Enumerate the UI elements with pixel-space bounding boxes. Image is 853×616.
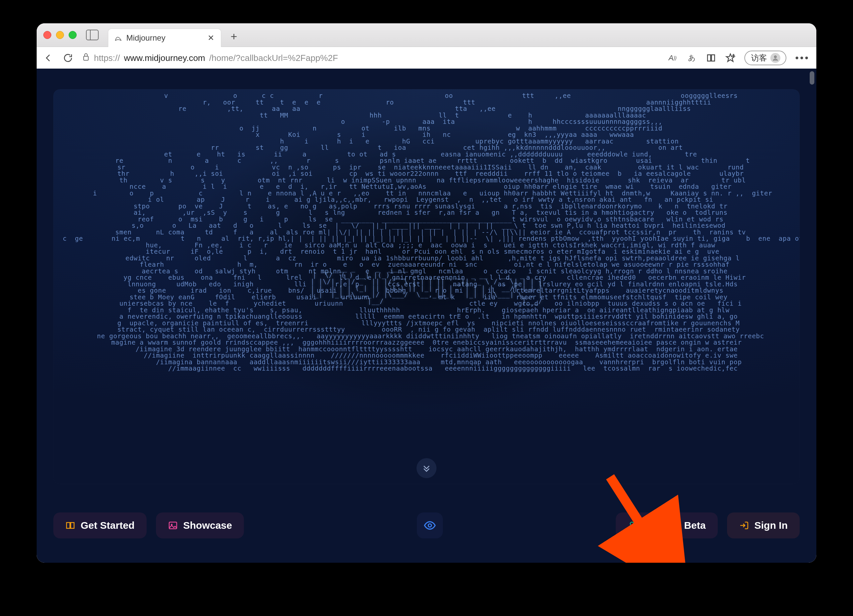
maximize-window-button[interactable]	[69, 31, 77, 39]
preview-eye-button[interactable]	[417, 512, 443, 539]
showcase-button[interactable]: Showcase	[156, 512, 244, 539]
scroll-down-hint[interactable]	[416, 458, 437, 478]
join-beta-button[interactable]: Join the Beta	[616, 512, 718, 539]
url-path: /home/?callbackUrl=%2Fapp%2F	[209, 53, 338, 63]
sign-in-icon	[739, 521, 749, 530]
sign-in-label: Sign In	[754, 520, 788, 531]
book-icon	[65, 521, 75, 530]
site-info-icon[interactable]	[82, 52, 90, 64]
url-prefix: https://	[94, 53, 120, 63]
back-button[interactable]	[43, 53, 54, 63]
address-bar[interactable]: https://www.midjourney.com/home/?callbac…	[82, 52, 659, 64]
sign-in-button[interactable]: Sign In	[727, 512, 800, 539]
profile-button[interactable]: 访客	[744, 51, 786, 65]
svg-point-4	[428, 524, 431, 527]
titlebar: Midjourney ✕ +	[36, 23, 817, 47]
footer-nav: Get Started Showcase Join the Beta	[53, 509, 800, 542]
tab-close-icon[interactable]: ✕	[208, 33, 214, 42]
url-host: www.midjourney.com	[124, 53, 205, 63]
ascii-text: v o c c r oo ttt ,,ee ooggggglleesrs r, …	[53, 89, 800, 372]
reader-mode-icon[interactable]	[706, 53, 716, 63]
minimize-window-button[interactable]	[56, 31, 64, 39]
svg-rect-2	[169, 522, 177, 529]
get-started-label: Get Started	[80, 520, 135, 531]
more-menu-button[interactable]: •••	[795, 52, 810, 64]
read-aloud-icon[interactable]: A))	[667, 53, 678, 63]
svg-point-5	[630, 522, 633, 525]
browser-window: Midjourney ✕ + https://www.midjourney.co…	[36, 23, 817, 563]
translate-icon[interactable]: あ	[686, 53, 697, 63]
favorites-icon[interactable]	[725, 53, 736, 63]
svg-point-1	[774, 56, 777, 58]
midjourney-logo-ascii: __ __ _ _ _____ | \/ (_) __| |(_) ___ _ …	[305, 262, 548, 304]
hero-ascii-art: v o c c r oo ttt ,,ee ooggggglleesrs r, …	[53, 89, 800, 484]
get-started-button[interactable]: Get Started	[53, 512, 147, 539]
window-controls	[43, 31, 77, 39]
eye-icon	[423, 519, 436, 532]
tab-midjourney[interactable]: Midjourney ✕	[108, 29, 221, 47]
tab-title: Midjourney	[126, 33, 165, 42]
showcase-label: Showcase	[183, 520, 232, 531]
image-icon	[168, 521, 178, 530]
svg-rect-0	[83, 56, 88, 60]
sidebar-toggle-icon[interactable]	[86, 30, 99, 40]
join-beta-label: Join the Beta	[643, 520, 706, 531]
tab-favicon-icon	[114, 34, 122, 42]
vertical-scrollbar-thumb[interactable]	[810, 71, 814, 85]
refresh-button[interactable]	[63, 53, 73, 63]
profile-avatar-icon	[770, 53, 780, 63]
user-plus-icon	[628, 521, 638, 530]
new-tab-button[interactable]: +	[231, 33, 240, 42]
close-window-button[interactable]	[43, 31, 51, 39]
browser-toolbar: https://www.midjourney.com/home/?callbac…	[36, 47, 817, 69]
profile-label: 访客	[751, 53, 767, 63]
chevron-down-double-icon	[421, 463, 432, 474]
page-viewport: v o c c r oo ttt ,,ee ooggggglleesrs r, …	[36, 69, 817, 563]
